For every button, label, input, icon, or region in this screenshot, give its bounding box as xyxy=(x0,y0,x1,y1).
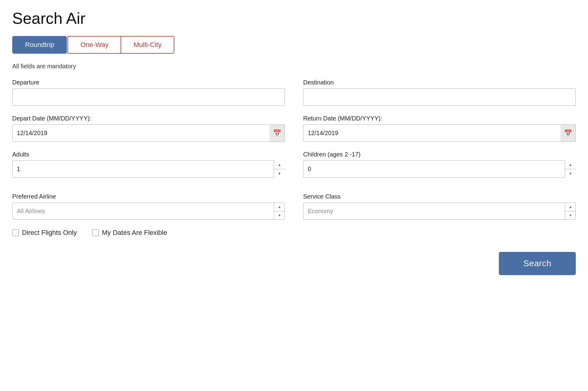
adults-decrement-button[interactable]: ▼ xyxy=(274,169,285,178)
preferred-airline-group: Preferred Airline All Airlines Delta Uni… xyxy=(12,193,285,220)
search-button-row: Search xyxy=(12,252,576,275)
oneway-button[interactable]: One-Way xyxy=(67,36,121,54)
children-group: Children (ages 2 -17) ▲ ▼ xyxy=(303,151,576,178)
adults-stepper-arrows: ▲ ▼ xyxy=(274,160,285,178)
depart-date-input[interactable] xyxy=(12,124,285,142)
direct-flights-checkbox[interactable] xyxy=(12,229,19,236)
children-stepper-arrows: ▲ ▼ xyxy=(565,160,576,178)
preferred-airline-label: Preferred Airline xyxy=(12,193,285,200)
service-class-select[interactable]: Economy Business First Class xyxy=(303,203,576,220)
service-class-label: Service Class xyxy=(303,193,576,200)
return-date-label: Return Date (MM/DD/YYYY): xyxy=(303,115,576,122)
search-button[interactable]: Search xyxy=(499,252,576,275)
adults-input[interactable] xyxy=(12,160,285,178)
destination-group: Destination xyxy=(303,79,576,106)
depart-date-group: Depart Date (MM/DD/YYYY): 📅 xyxy=(12,115,285,142)
main-form: Departure Destination Depart Date (MM/DD… xyxy=(12,79,576,178)
departure-input[interactable] xyxy=(12,88,285,106)
adults-label: Adults xyxy=(12,151,285,158)
trip-type-selector: Roundtrip One-Way Multi-City xyxy=(12,36,576,54)
return-date-group: Return Date (MM/DD/YYYY): 📅 xyxy=(303,115,576,142)
adults-group: Adults ▲ ▼ xyxy=(12,151,285,178)
departure-group: Departure xyxy=(12,79,285,106)
depart-date-label: Depart Date (MM/DD/YYYY): xyxy=(12,115,285,122)
page-title: Search Air xyxy=(12,9,576,27)
multicity-button[interactable]: Multi-City xyxy=(121,36,174,54)
depart-calendar-icon[interactable]: 📅 xyxy=(270,124,285,142)
preferred-airline-select[interactable]: All Airlines Delta United American xyxy=(12,203,285,220)
departure-label: Departure xyxy=(12,79,285,86)
mandatory-notice: All fields are mandatory xyxy=(12,63,576,70)
return-date-input[interactable] xyxy=(303,124,576,142)
flexible-dates-label: My Dates Are Flexible xyxy=(102,229,167,237)
airline-class-grid: Preferred Airline All Airlines Delta Uni… xyxy=(12,193,576,220)
flexible-dates-checkbox[interactable] xyxy=(92,229,99,236)
destination-label: Destination xyxy=(303,79,576,86)
service-class-wrapper: Economy Business First Class ▲ ▼ xyxy=(303,203,576,220)
children-decrement-button[interactable]: ▼ xyxy=(565,169,576,178)
return-date-wrapper: 📅 xyxy=(303,124,576,142)
flexible-dates-checkbox-group[interactable]: My Dates Are Flexible xyxy=(92,229,167,237)
checkboxes-row: Direct Flights Only My Dates Are Flexibl… xyxy=(12,229,576,237)
children-stepper-wrapper: ▲ ▼ xyxy=(303,160,576,178)
preferred-airline-wrapper: All Airlines Delta United American ▲ ▼ xyxy=(12,203,285,220)
depart-date-wrapper: 📅 xyxy=(12,124,285,142)
direct-flights-checkbox-group[interactable]: Direct Flights Only xyxy=(12,229,77,237)
return-calendar-icon[interactable]: 📅 xyxy=(561,124,576,142)
destination-input[interactable] xyxy=(303,88,576,106)
children-label: Children (ages 2 -17) xyxy=(303,151,576,158)
children-input[interactable] xyxy=(303,160,576,178)
adults-stepper-wrapper: ▲ ▼ xyxy=(12,160,285,178)
adults-increment-button[interactable]: ▲ xyxy=(274,160,285,169)
service-class-group: Service Class Economy Business First Cla… xyxy=(303,193,576,220)
direct-flights-label: Direct Flights Only xyxy=(22,229,77,237)
children-increment-button[interactable]: ▲ xyxy=(565,160,576,169)
roundtrip-button[interactable]: Roundtrip xyxy=(12,36,67,54)
